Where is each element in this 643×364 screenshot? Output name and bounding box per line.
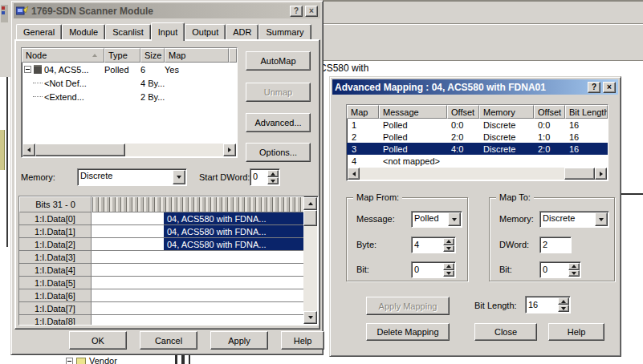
mapped-cell[interactable]: 04, ACS580 with FDNA... (164, 238, 304, 250)
memory-select[interactable]: Discrete (539, 211, 609, 228)
table-row[interactable]: 1 Polled 0:0 Discrete 0:0 16 (347, 119, 608, 131)
bits-row[interactable]: 1:I.Data[0] 04, ACS580 with FDNA... (19, 212, 318, 225)
bits-row[interactable]: 1:I.Data[4] (19, 264, 318, 277)
bits-row[interactable]: 1:I.Data[5] (19, 277, 318, 289)
memory-label: Memory: (21, 172, 55, 182)
column-header-type[interactable]: Type (104, 48, 140, 63)
scroll-thumb[interactable] (303, 210, 317, 226)
tab-module[interactable]: Module (62, 24, 105, 39)
close-button[interactable]: Close (474, 323, 537, 341)
bits-row[interactable]: 1:I.Data[2] 04, ACS580 with FDNA... (19, 238, 318, 251)
stepper-up-button[interactable] (568, 263, 580, 270)
scroll-left-button[interactable] (348, 168, 360, 180)
tab-general[interactable]: General (16, 24, 62, 39)
stepper-down-button[interactable] (568, 270, 580, 277)
stepper-down-button[interactable] (443, 245, 454, 253)
advanced-button[interactable]: Advanced... (246, 113, 311, 132)
bits-row-cells[interactable] (92, 277, 304, 289)
tree-row-device[interactable]: 04, ACS5... Polled 6 Yes (22, 63, 237, 76)
stepper-up-button[interactable] (443, 238, 454, 245)
bits-row-cells[interactable] (92, 264, 304, 277)
dropdown-button[interactable] (448, 212, 461, 226)
dropdown-button[interactable] (595, 212, 608, 226)
scroll-right-button[interactable] (223, 144, 236, 156)
start-dword-stepper[interactable]: 0 (250, 168, 280, 186)
stepper-down-button[interactable] (267, 177, 279, 184)
column-header-bit-length[interactable]: Bit Length (565, 105, 608, 119)
dropdown-button[interactable] (173, 170, 185, 184)
tab-summary[interactable]: Summary (258, 24, 311, 39)
tab-adr[interactable]: ADR (226, 24, 258, 39)
column-header-offset-to[interactable]: Offset (534, 105, 565, 119)
delete-mapping-button[interactable]: Delete Mapping (366, 323, 450, 341)
bit-stepper[interactable]: 0 (411, 261, 456, 278)
stepper-up-button[interactable] (443, 263, 454, 270)
bits-row-cells[interactable] (92, 315, 304, 326)
close-titlebar-button[interactable]: × (603, 82, 616, 93)
node-cell: <Not Def... (44, 79, 87, 88)
tree-row-child[interactable]: <Not Def... 4 By... (22, 76, 237, 90)
scanner-titlebar[interactable]: 1769-SDN Scanner Module ? × (14, 3, 320, 18)
stepper-down-button[interactable] (558, 305, 569, 312)
memory-select[interactable]: Discrete (77, 168, 187, 186)
mapped-cell[interactable]: 04, ACS580 with FDNA... (164, 212, 304, 224)
mapping-table-h-scrollbar[interactable] (348, 168, 607, 180)
column-header-message[interactable]: Message (379, 105, 447, 119)
column-header-memory[interactable]: Memory (479, 105, 534, 119)
scroll-right-button[interactable] (595, 168, 607, 180)
bits-row-cells[interactable] (92, 289, 304, 302)
node-list-h-scrollbar[interactable] (22, 144, 236, 156)
bits-row-cells[interactable]: 04, ACS580 with FDNA... (92, 238, 304, 251)
bits-row-cells[interactable] (92, 251, 304, 264)
column-header-map[interactable]: Map (165, 48, 229, 63)
options-button[interactable]: Options... (246, 143, 311, 162)
bits-row[interactable]: 1:I.Data[6] (19, 289, 318, 302)
byte-stepper[interactable]: 4 (411, 237, 456, 253)
tab-output[interactable]: Output (185, 24, 226, 39)
column-header-node[interactable]: Node (22, 48, 104, 63)
table-row[interactable]: 2 Polled 2:0 Discrete 1:0 16 (347, 131, 608, 143)
message-select[interactable]: Polled (411, 211, 462, 228)
expand-minus-icon[interactable] (66, 358, 73, 364)
bits-row[interactable]: 1:I.Data[7] (19, 302, 318, 315)
help-button[interactable]: Help (548, 323, 604, 341)
close-titlebar-button[interactable]: × (305, 6, 318, 17)
table-row-selected[interactable]: 3 Polled 4:0 Discrete 2:0 16 (347, 143, 608, 155)
tree-row-child[interactable]: <Extend... 2 By... (22, 90, 237, 103)
cancel-button[interactable]: Cancel (140, 331, 197, 350)
bit-stepper[interactable]: 0 (539, 261, 581, 278)
stepper-up-button[interactable] (558, 297, 569, 305)
bits-row[interactable]: 1:I.Data[1] 04, ACS580 with FDNA... (19, 225, 318, 238)
scroll-thumb[interactable] (564, 168, 595, 180)
bit-length-stepper[interactable]: 16 (525, 296, 571, 313)
scroll-thumb[interactable] (35, 144, 125, 156)
mapped-cell[interactable]: 04, ACS580 with FDNA... (164, 225, 304, 237)
help-titlebar-button[interactable]: ? (290, 6, 303, 17)
bits-row[interactable]: 1:I.Data[3] (19, 251, 318, 264)
automap-button[interactable]: AutoMap (246, 51, 311, 71)
expand-minus-icon[interactable] (24, 66, 31, 73)
scroll-down-button[interactable] (303, 311, 317, 324)
stepper-down-button[interactable] (443, 270, 454, 277)
tab-scanlist[interactable]: Scanlist (105, 24, 151, 39)
help-button[interactable]: Help (281, 331, 324, 350)
ok-button[interactable]: OK (69, 331, 127, 350)
bits-row-cells[interactable]: 04, ACS580 with FDNA... (92, 212, 304, 225)
advanced-titlebar[interactable]: Advanced Mapping : 04, ACS580 with FDNA0… (332, 79, 618, 95)
vendor-tree-item[interactable]: Vendor (66, 356, 117, 364)
apply-button[interactable]: Apply (210, 331, 268, 350)
help-titlebar-button[interactable]: ? (588, 82, 600, 93)
column-header-map[interactable]: Map (347, 105, 379, 119)
tab-input[interactable]: Input (151, 22, 185, 41)
bits-row-cells[interactable]: 04, ACS580 with FDNA... (92, 225, 304, 238)
bits-row-cells[interactable] (92, 302, 304, 315)
column-header-offset-from[interactable]: Offset (447, 105, 479, 119)
stepper-up-button[interactable] (267, 170, 279, 177)
table-row[interactable]: 4 <not mapped> (347, 155, 608, 167)
bits-v-scrollbar[interactable] (303, 197, 317, 324)
dword-field[interactable]: 2 (539, 237, 572, 253)
scroll-left-button[interactable] (22, 144, 35, 156)
scroll-up-button[interactable] (303, 197, 317, 210)
column-header-size[interactable]: Size (140, 48, 165, 63)
bits-row[interactable]: 1:I.Data[8] (19, 315, 318, 326)
